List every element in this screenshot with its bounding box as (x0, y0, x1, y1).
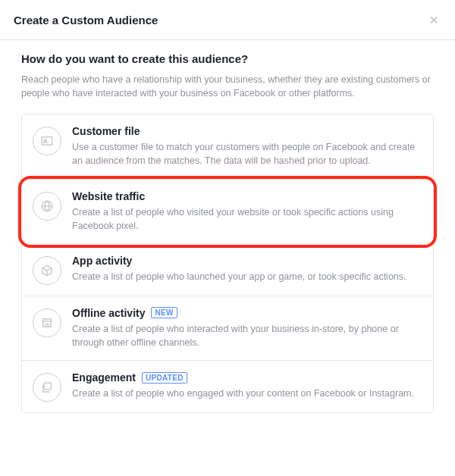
layers-icon (33, 373, 61, 402)
cube-icon (33, 256, 61, 285)
options-list: Customer file Use a customer file to mat… (21, 114, 434, 413)
modal-body: How do you want to create this audience?… (0, 40, 455, 427)
option-content: Website traffic Create a list of people … (72, 190, 421, 233)
option-title: Website traffic (72, 190, 145, 202)
svg-rect-0 (42, 137, 52, 146)
close-icon[interactable]: × (426, 11, 441, 29)
svg-rect-3 (44, 383, 51, 390)
new-badge: NEW (151, 307, 177, 318)
updated-badge: UPDATED (142, 372, 187, 384)
question-heading: How do you want to create this audience? (21, 52, 434, 65)
option-title: App activity (72, 255, 132, 267)
option-desc: Create a list of people who interacted w… (72, 322, 421, 349)
modal-title: Create a Custom Audience (14, 14, 158, 27)
option-content: Offline activity NEW Create a list of pe… (72, 307, 421, 349)
globe-icon (33, 192, 61, 221)
option-desc: Create a list of people who engaged with… (72, 387, 421, 400)
option-content: Engagement UPDATED Create a list of peop… (72, 371, 421, 400)
question-subtext: Reach people who have a relationship wit… (21, 73, 434, 100)
option-content: Customer file Use a customer file to mat… (72, 125, 421, 168)
option-desc: Create a list of people who visited your… (72, 205, 421, 233)
store-icon (33, 308, 61, 337)
option-desc: Use a customer file to match your custom… (72, 140, 421, 168)
customer-file-icon (33, 127, 61, 155)
option-title: Offline activity (72, 307, 145, 319)
option-title: Engagement (72, 371, 136, 384)
option-website-traffic[interactable]: Website traffic Create a list of people … (22, 180, 433, 244)
option-offline-activity[interactable]: Offline activity NEW Create a list of pe… (22, 296, 433, 361)
option-desc: Create a list of people who launched you… (72, 270, 421, 283)
option-customer-file[interactable]: Customer file Use a customer file to mat… (22, 114, 433, 179)
option-title: Customer file (72, 125, 140, 137)
svg-point-1 (44, 139, 46, 142)
modal-header: Create a Custom Audience × (0, 0, 455, 40)
option-app-activity[interactable]: App activity Create a list of people who… (22, 244, 433, 296)
option-engagement[interactable]: Engagement UPDATED Create a list of peop… (22, 361, 433, 412)
create-custom-audience-modal: Create a Custom Audience × How do you wa… (0, 0, 455, 427)
option-content: App activity Create a list of people who… (72, 255, 421, 283)
